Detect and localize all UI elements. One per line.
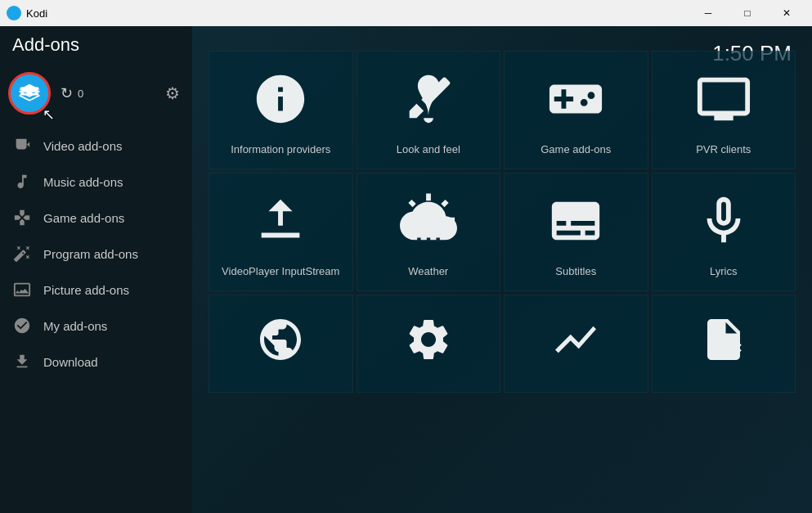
sidebar: Add-ons ↖ ↻ 0 ⚙ <box>0 26 192 513</box>
sidebar-item-program-addons[interactable]: Program add-ons <box>0 236 192 272</box>
my-addons-label: My add-ons <box>43 319 107 333</box>
sidebar-item-music-addons[interactable]: Music add-ons <box>0 164 192 200</box>
look-and-feel-icon <box>366 63 492 135</box>
pvr-clients-icon <box>661 63 787 135</box>
game-addons-tile-icon <box>513 63 639 135</box>
information-providers-icon <box>218 63 344 135</box>
sidebar-item-picture-addons[interactable]: Picture add-ons <box>0 272 192 308</box>
tile-subtitles[interactable]: Subtitles <box>504 173 648 291</box>
globe-icon <box>218 307 344 372</box>
weather-label: Weather <box>408 265 448 279</box>
game-addons-tile-label: Game add-ons <box>541 143 611 157</box>
app-name-label: Kodi <box>26 7 47 20</box>
my-addons-icon <box>12 316 32 335</box>
video-addons-icon <box>12 136 32 155</box>
tile-game-addons[interactable]: Game add-ons <box>504 51 648 169</box>
pvr-clients-label: PVR clients <box>696 143 751 157</box>
addon-icon <box>17 81 42 106</box>
addon-grid: Information providers Look and feel <box>209 51 796 393</box>
sidebar-item-video-addons[interactable]: Video add-ons <box>0 128 192 164</box>
main-layout: Add-ons ↖ ↻ 0 ⚙ <box>0 26 812 513</box>
tile-information-providers[interactable]: Information providers <box>209 51 353 169</box>
addon-browser-button[interactable]: ↖ <box>8 72 51 115</box>
app-title: Kodi <box>7 6 47 20</box>
weather-icon <box>366 185 492 257</box>
window-controls: ─ □ ✕ <box>689 0 805 26</box>
close-button[interactable]: ✕ <box>768 0 805 26</box>
tile-services[interactable] <box>357 295 501 393</box>
lyrics-label: Lyrics <box>710 265 737 279</box>
program-addons-icon <box>12 244 32 263</box>
title-bar: Kodi ─ □ ✕ <box>0 0 812 26</box>
subtitles-label: Subtitles <box>555 265 596 279</box>
game-addons-icon <box>12 208 32 227</box>
music-addons-icon <box>12 172 32 191</box>
services-icon <box>366 307 492 372</box>
information-providers-label: Information providers <box>231 143 330 157</box>
kodi-icon <box>7 6 21 20</box>
video-addons-label: Video add-ons <box>43 139 122 153</box>
tile-globe[interactable] <box>209 295 353 393</box>
look-and-feel-label: Look and feel <box>397 143 460 157</box>
download-label: Download <box>43 355 98 369</box>
tile-document[interactable] <box>652 295 796 393</box>
refresh-button[interactable]: ↻ 0 <box>61 84 83 102</box>
section-title: Add-ons <box>0 26 192 65</box>
sidebar-item-game-addons[interactable]: Game add-ons <box>0 200 192 236</box>
tile-weather[interactable]: Weather <box>357 173 501 291</box>
videoplayer-inputstream-icon <box>218 185 344 257</box>
document-icon <box>661 307 787 372</box>
tile-pulse[interactable] <box>504 295 648 393</box>
maximize-button[interactable]: □ <box>729 0 766 26</box>
picture-addons-icon <box>12 280 32 299</box>
subtitles-icon <box>513 185 639 257</box>
music-addons-label: Music add-ons <box>43 175 123 189</box>
picture-addons-label: Picture add-ons <box>43 283 129 297</box>
program-addons-label: Program add-ons <box>43 247 138 261</box>
pulse-icon <box>513 307 639 372</box>
content-area: 1:50 PM Information providers <box>192 26 812 513</box>
download-icon <box>12 352 32 371</box>
settings-button[interactable]: ⚙ <box>165 83 180 103</box>
refresh-count: 0 <box>78 88 83 100</box>
game-addons-label: Game add-ons <box>43 211 124 225</box>
tile-pvr-clients[interactable]: PVR clients <box>652 51 796 169</box>
tile-lyrics[interactable]: Lyrics <box>652 173 796 291</box>
sidebar-item-my-addons[interactable]: My add-ons <box>0 308 192 344</box>
addon-controls: ↖ ↻ 0 ⚙ <box>0 65 192 128</box>
tile-videoplayer-inputstream[interactable]: VideoPlayer InputStream <box>209 173 353 291</box>
videoplayer-inputstream-label: VideoPlayer InputStream <box>222 265 339 279</box>
refresh-icon: ↻ <box>61 84 73 102</box>
cursor-icon: ↖ <box>43 106 55 124</box>
minimize-button[interactable]: ─ <box>689 0 727 26</box>
tile-look-and-feel[interactable]: Look and feel <box>357 51 501 169</box>
sidebar-item-download[interactable]: Download <box>0 344 192 380</box>
lyrics-icon <box>661 185 787 257</box>
